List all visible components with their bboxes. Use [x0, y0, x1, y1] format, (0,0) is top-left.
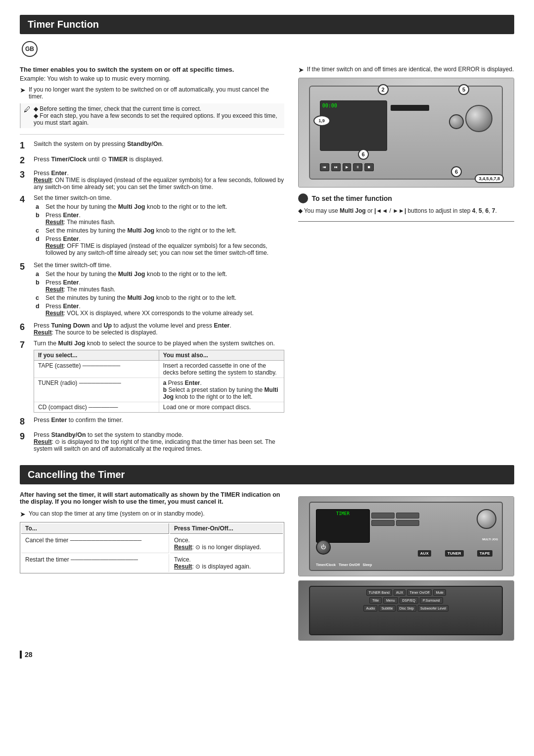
step-3-content: Press Enter. Result: ON TIME is displaye…: [34, 170, 284, 190]
badge-6-right: 6: [451, 166, 462, 177]
step-5b: b Press Enter.Result: The minutes flash.: [36, 279, 284, 293]
multi-jog-label: MULTI JOG: [482, 538, 498, 541]
tape-label: TAPE: [477, 550, 492, 557]
step-4-substeps: a Set the hour by tuning the Multi Jog k…: [36, 203, 284, 256]
source-table-row-tape: TAPE (cassette) ───────── Insert a recor…: [34, 361, 284, 378]
step-2: 2 Press Timer/Clock until ⊙ TIMER is dis…: [20, 155, 284, 166]
left-column: The timer enables you to switch the syst…: [20, 66, 284, 456]
cancelling-section: Cancelling the Timer After having set th…: [20, 465, 514, 641]
timer-function-title: Timer Function: [20, 15, 514, 34]
source-table-row-tuner: TUNER (radio) ────────── a Press Enter. …: [34, 378, 284, 402]
step-1-content: Switch the system on by pressing Standby…: [34, 141, 284, 151]
cancel-table: To... Press Timer-On/Off... Cancel the t…: [20, 522, 284, 573]
note-line1: ◆ Before setting the timer, check that t…: [34, 105, 281, 112]
cancel-table-header-col1: To...: [21, 523, 169, 534]
cancel-table-header-col2: Press Timer-On/Off...: [170, 523, 283, 534]
step-num-6: 6: [20, 322, 29, 336]
source-row-tape-col2: Insert a recorded cassette in one of the…: [159, 361, 284, 378]
step-2-content: Press Timer/Clock until ⊙ TIMER is displ…: [34, 155, 284, 166]
right-column: ➤ If the timer switch on and off times a…: [298, 66, 514, 456]
step-4a: a Set the hour by tuning the Multi Jog k…: [36, 203, 284, 210]
source-table-header-col1: If you select...: [34, 350, 159, 360]
step-8-content: Press Enter to confirm the timer.: [34, 417, 284, 427]
device-image-cancel-1: TIMER Timer/ClockTimer On/OffSleep: [298, 496, 514, 576]
tuner-label: TUNER: [445, 550, 464, 557]
to-set-timer-title: To set the timer function: [312, 194, 392, 202]
cancel-arrow-note: ➤ You can stop the timer at any time (sy…: [20, 510, 284, 518]
source-table-header-col2: You must also...: [159, 350, 284, 360]
to-set-timer-section: To set the timer function: [298, 193, 514, 203]
step-num-2: 2: [20, 155, 29, 166]
step-5c: c Set the minutes by tuning the Multi Jo…: [36, 294, 284, 301]
step-num-8: 8: [20, 417, 29, 427]
intro-example: Example: You wish to wake up to music ev…: [20, 75, 284, 82]
divider-1: [20, 134, 284, 135]
step-num-3: 3: [20, 170, 29, 190]
timer-circle-icon: [298, 193, 308, 203]
step-5d: d Press Enter.Result: VOL XX is displaye…: [36, 303, 284, 317]
cancel-intro: After having set the timer, it will star…: [20, 491, 284, 505]
step-5: 5 Set the timer switch-off time. a Set t…: [20, 262, 284, 318]
source-table: If you select... You must also... TAPE (…: [34, 350, 284, 413]
source-row-cd-col1: CD (compact disc) ───────: [34, 402, 159, 412]
cancelling-title: Cancelling the Timer: [20, 465, 514, 484]
cancel-right-col: TIMER Timer/ClockTimer On/OffSleep: [298, 491, 514, 641]
source-table-header: If you select... You must also...: [34, 350, 284, 361]
badge-3456789: 3,4,5,6,7,8: [475, 174, 504, 183]
step-3: 3 Press Enter. Result: ON TIME is displa…: [20, 170, 284, 190]
cancel-row1-col1: Cancel the timer ─────────────────: [21, 535, 169, 553]
step-5-substeps: a Set the hour by tuning the Multi Jog k…: [36, 271, 284, 317]
step-num-1: 1: [20, 141, 29, 151]
source-row-tuner-col2: a Press Enter. b Select a preset station…: [159, 378, 284, 402]
source-row-tape-col1: TAPE (cassette) ─────────: [34, 361, 159, 378]
note-icon: 🖊: [24, 105, 31, 113]
step-num-7: 7: [20, 340, 29, 413]
page-number: 28: [20, 651, 514, 659]
step-4-content: Set the timer switch-on time. a Set the …: [34, 194, 284, 258]
note-line2: ◆ For each step, you have a few seconds …: [34, 112, 281, 126]
arrow-icon-1: ➤: [20, 86, 26, 94]
step-num-4: 4: [20, 194, 29, 258]
badge-6-left: 6: [358, 149, 369, 160]
step-7-content: Turn the Multi Jog knob to select the so…: [34, 340, 284, 413]
divider-right: [298, 221, 514, 222]
note-block: 🖊 ◆ Before setting the timer, check that…: [20, 103, 284, 128]
error-note-text: If the timer switch on and off times are…: [307, 66, 514, 73]
cancel-arrow-icon: ➤: [20, 510, 26, 518]
cancel-table-row-1: Cancel the timer ───────────────── Once.…: [21, 535, 283, 553]
to-set-timer-note: ◆ You may use Multi Jog or |◄◄ / ►►| but…: [298, 207, 514, 214]
step-5a: a Set the hour by tuning the Multi Jog k…: [36, 271, 284, 278]
intro-bold: The timer enables you to switch the syst…: [20, 66, 284, 73]
step-6: 6 Press Tuning Down and Up to adjust the…: [20, 322, 284, 336]
step-4b: b Press Enter.Result: The minutes flash.: [36, 212, 284, 226]
cancel-row2-col2: Twice. Result: ⊙ is displayed again.: [170, 554, 283, 572]
badge-19: 1,9: [313, 115, 330, 126]
step-1: 1 Switch the system on by pressing Stand…: [20, 141, 284, 151]
arrow-note-cancel: ➤ If you no longer want the system to be…: [20, 86, 284, 100]
source-row-cd-col2: Load one or more compact discs.: [159, 402, 284, 412]
device-image-top: 00:00 ⏮ ⏭ ▶ ⏸: [298, 78, 514, 188]
source-row-tuner-col1: TUNER (radio) ──────────: [34, 378, 159, 402]
gb-badge: GB: [22, 41, 38, 57]
source-table-row-cd: CD (compact disc) ─────── Load one or mo…: [34, 402, 284, 412]
step-6-content: Press Tuning Down and Up to adjust the v…: [34, 322, 284, 336]
error-note: ➤ If the timer switch on and off times a…: [298, 66, 514, 74]
aux-label-1: AUX: [418, 550, 431, 557]
arrow-note-text: If you no longer want the system to be s…: [29, 86, 284, 100]
step-num-9: 9: [20, 431, 29, 452]
steps-list: 1 Switch the system on by pressing Stand…: [20, 141, 284, 452]
step-4d: d Press Enter.Result: OFF TIME is displa…: [36, 236, 284, 256]
cancel-row1-col2: Once. Result: ⊙ is no longer displayed.: [170, 535, 283, 553]
step-5-content: Set the timer switch-off time. a Set the…: [34, 262, 284, 318]
cancel-table-row-2: Restart the timer ──────────────── Twice…: [21, 554, 283, 572]
step-9-content: Press Standby/On to set the system to st…: [34, 431, 284, 452]
badge-5: 5: [458, 84, 469, 95]
device-image-cancel-2: TUNER Band AUX Timer On/Off Mute Title M…: [298, 580, 514, 641]
cancel-arrow-text: You can stop the timer at any time (syst…: [29, 510, 205, 517]
step-9: 9 Press Standby/On to set the system to …: [20, 431, 284, 452]
badge-2: 2: [378, 84, 389, 95]
step-4c: c Set the minutes by tuning the Multi Jo…: [36, 227, 284, 234]
cancel-row2-col1: Restart the timer ────────────────: [21, 554, 169, 572]
arrow-icon-error: ➤: [298, 66, 304, 74]
step-4: 4 Set the timer switch-on time. a Set th…: [20, 194, 284, 258]
